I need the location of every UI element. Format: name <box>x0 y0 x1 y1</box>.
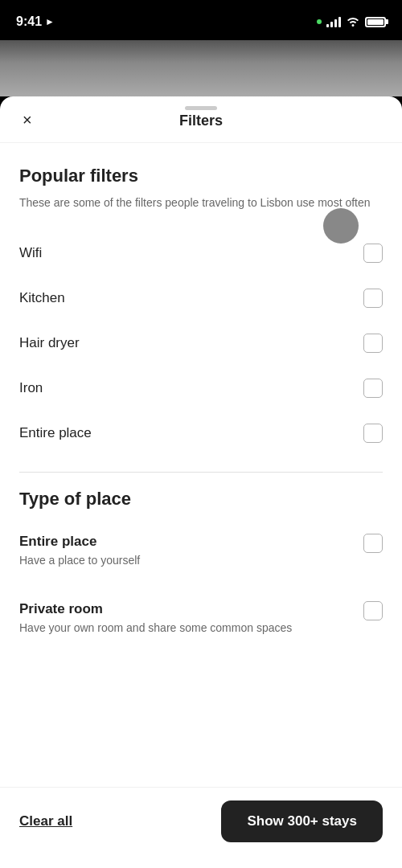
filter-item-iron[interactable]: Iron <box>19 366 383 411</box>
filter-item-wifi[interactable]: Wifi <box>19 231 383 276</box>
battery-icon <box>365 17 386 27</box>
close-button[interactable]: × <box>19 108 35 131</box>
filter-item-hair-dryer[interactable]: Hair dryer <box>19 321 383 366</box>
type-item-entire-place-title: Entire place <box>19 534 351 550</box>
popular-filters-title: Popular filters <box>19 166 383 186</box>
filter-item-entire-place-popular[interactable]: Entire place <box>19 411 383 456</box>
popular-filters-desc: These are some of the filters people tra… <box>19 194 383 211</box>
checkbox-private-room[interactable] <box>363 601 383 620</box>
drag-circle <box>323 208 359 244</box>
filter-label-hair-dryer: Hair dryer <box>19 335 80 351</box>
filter-label-iron: Iron <box>19 380 43 396</box>
status-bar: 9:41 ► <box>0 0 402 40</box>
popular-filters-section: Popular filters These are some of the fi… <box>0 143 402 456</box>
checkbox-hair-dryer[interactable] <box>363 334 383 353</box>
show-stays-button[interactable]: Show 300+ stays <box>221 800 383 842</box>
checkbox-wifi[interactable] <box>363 244 383 263</box>
type-item-entire-place[interactable]: Entire place Have a place to yourself <box>19 518 383 585</box>
status-icons <box>317 15 386 29</box>
clear-all-button[interactable]: Clear all <box>19 813 72 829</box>
type-item-private-room[interactable]: Private room Have your own room and shar… <box>19 585 383 653</box>
location-arrow-icon: ► <box>45 16 55 27</box>
filter-item-kitchen[interactable]: Kitchen <box>19 276 383 321</box>
signal-bars-icon <box>326 17 341 27</box>
type-item-private-room-desc: Have your own room and share some common… <box>19 620 351 637</box>
footer-bar: Clear all Show 300+ stays <box>0 787 402 868</box>
status-time: 9:41 ► <box>16 14 55 29</box>
sheet-header: × Filters <box>0 96 402 143</box>
checkbox-kitchen[interactable] <box>363 289 383 308</box>
top-image <box>0 40 402 96</box>
filter-label-kitchen: Kitchen <box>19 290 65 306</box>
type-of-place-title: Type of place <box>19 489 383 510</box>
notification-dot <box>317 19 322 24</box>
checkbox-entire-place-type[interactable] <box>363 534 383 553</box>
type-item-private-room-title: Private room <box>19 601 351 617</box>
type-of-place-section: Type of place Entire place Have a place … <box>0 489 402 652</box>
filter-label-entire-place-popular: Entire place <box>19 425 92 441</box>
time-display: 9:41 <box>16 14 42 29</box>
filter-label-wifi: Wifi <box>19 245 42 261</box>
sheet-title: Filters <box>179 113 223 129</box>
section-divider <box>19 472 383 473</box>
checkbox-iron[interactable] <box>363 379 383 398</box>
wifi-status-icon <box>346 15 360 29</box>
filter-sheet: × Filters Popular filters These are some… <box>0 96 402 868</box>
type-item-entire-place-desc: Have a place to yourself <box>19 553 351 569</box>
checkbox-entire-place-popular[interactable] <box>363 424 383 443</box>
